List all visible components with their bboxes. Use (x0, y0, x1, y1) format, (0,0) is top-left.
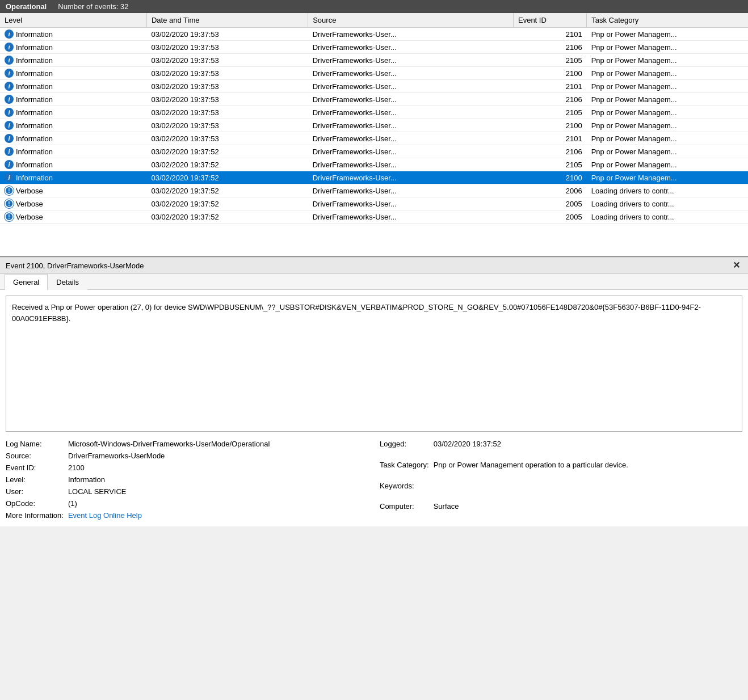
cell-level: !Verbose (0, 197, 146, 210)
level-text: Verbose (16, 213, 43, 221)
info-icon: i (5, 121, 14, 130)
cell-eventid: 2100 (513, 171, 586, 184)
info-icon: i (5, 160, 14, 169)
col-header-source[interactable]: Source (308, 13, 514, 28)
cell-taskcategory: Pnp or Power Managem... (587, 54, 748, 67)
operational-label: Operational (6, 2, 47, 11)
cell-source: DriverFrameworks-User... (308, 145, 514, 158)
cell-source: DriverFrameworks-User... (308, 41, 514, 54)
col-header-eventid[interactable]: Event ID (513, 13, 586, 28)
cell-eventid: 2105 (513, 54, 586, 67)
cell-datetime: 03/02/2020 19:37:52 (146, 184, 308, 197)
info-icon: i (5, 95, 14, 104)
info-icon: i (5, 82, 14, 91)
cell-eventid: 2106 (513, 145, 586, 158)
cell-eventid: 2101 (513, 28, 586, 41)
info-icon: i (5, 134, 14, 143)
level-text: Information (16, 134, 53, 143)
cell-eventid: 2106 (513, 41, 586, 54)
cell-datetime: 03/02/2020 19:37:53 (146, 119, 308, 132)
cell-level: iInformation (0, 80, 146, 93)
table-row[interactable]: iInformation03/02/2020 19:37:53DriverFra… (0, 132, 748, 145)
opcode-value: (1) (68, 498, 368, 509)
close-button[interactable]: ✕ (730, 261, 742, 270)
table-row[interactable]: iInformation03/02/2020 19:37:53DriverFra… (0, 106, 748, 119)
moreinfo-link[interactable]: Event Log Online Help (68, 511, 142, 520)
cell-datetime: 03/02/2020 19:37:52 (146, 210, 308, 224)
eventid-label: Event ID: (6, 462, 64, 473)
cell-datetime: 03/02/2020 19:37:53 (146, 93, 308, 106)
verbose-icon: ! (5, 186, 14, 195)
table-row[interactable]: iInformation03/02/2020 19:37:53DriverFra… (0, 54, 748, 67)
keywords-label: Keywords: (380, 480, 429, 491)
cell-source: DriverFrameworks-User... (308, 80, 514, 93)
info-icon: i (5, 29, 14, 39)
cell-taskcategory: Pnp or Power Managem... (587, 28, 748, 41)
verbose-icon: ! (5, 212, 14, 221)
col-header-taskcategory[interactable]: Task Category (587, 13, 748, 28)
event-description: Received a Pnp or Power operation (27, 0… (6, 296, 742, 432)
cell-source: DriverFrameworks-User... (308, 132, 514, 145)
table-row[interactable]: iInformation03/02/2020 19:37:53DriverFra… (0, 93, 748, 106)
verbose-icon: ! (5, 199, 14, 208)
detail-tabs: General Details (0, 274, 748, 290)
cell-source: DriverFrameworks-User... (308, 54, 514, 67)
info-icon: i (5, 147, 14, 156)
cell-source: DriverFrameworks-User... (308, 158, 514, 171)
tab-details[interactable]: Details (48, 274, 87, 290)
table-row[interactable]: !Verbose03/02/2020 19:37:52DriverFramewo… (0, 184, 748, 197)
event-table-body: iInformation03/02/2020 19:37:53DriverFra… (0, 28, 748, 224)
event-table: Level Date and Time Source Event ID Task… (0, 13, 748, 224)
source-label: Source: (6, 450, 64, 461)
level-text: Information (16, 95, 53, 104)
cell-taskcategory: Loading drivers to contr... (587, 184, 748, 197)
table-row[interactable]: iInformation03/02/2020 19:37:52DriverFra… (0, 158, 748, 171)
cell-taskcategory: Pnp or Power Managem... (587, 145, 748, 158)
table-row[interactable]: !Verbose03/02/2020 19:37:52DriverFramewo… (0, 210, 748, 224)
level-text: Information (16, 82, 53, 91)
table-row[interactable]: iInformation03/02/2020 19:37:53DriverFra… (0, 67, 748, 80)
event-list-container[interactable]: Level Date and Time Source Event ID Task… (0, 13, 748, 257)
table-row[interactable]: iInformation03/02/2020 19:37:53DriverFra… (0, 119, 748, 132)
user-value: LOCAL SERVICE (68, 486, 368, 497)
cell-source: DriverFrameworks-User... (308, 93, 514, 106)
tab-general[interactable]: General (5, 274, 48, 290)
cell-taskcategory: Loading drivers to contr... (587, 197, 748, 210)
detail-content: Received a Pnp or Power operation (27, 0… (0, 290, 748, 526)
detail-bottom-fields: Log Name: Microsoft-Windows-DriverFramew… (6, 438, 742, 521)
table-row[interactable]: iInformation03/02/2020 19:37:53DriverFra… (0, 80, 748, 93)
moreinfo-value: Event Log Online Help (68, 510, 368, 521)
log-name-value: Microsoft-Windows-DriverFrameworks-UserM… (68, 438, 368, 449)
table-header-row: Level Date and Time Source Event ID Task… (0, 13, 748, 28)
level-text: Information (16, 56, 53, 65)
table-row[interactable]: iInformation03/02/2020 19:37:52DriverFra… (0, 171, 748, 184)
cell-eventid: 2100 (513, 119, 586, 132)
table-row[interactable]: !Verbose03/02/2020 19:37:52DriverFramewo… (0, 197, 748, 210)
col-header-level[interactable]: Level (0, 13, 146, 28)
taskcategory-label: Task Category: (380, 459, 429, 470)
cell-taskcategory: Pnp or Power Managem... (587, 41, 748, 54)
cell-source: DriverFrameworks-User... (308, 28, 514, 41)
cell-source: DriverFrameworks-User... (308, 67, 514, 80)
cell-datetime: 03/02/2020 19:37:53 (146, 132, 308, 145)
cell-level: iInformation (0, 171, 146, 184)
col-header-datetime[interactable]: Date and Time (146, 13, 308, 28)
user-label: User: (6, 486, 64, 497)
cell-level: iInformation (0, 106, 146, 119)
level-text: Verbose (16, 187, 43, 195)
table-row[interactable]: iInformation03/02/2020 19:37:52DriverFra… (0, 145, 748, 158)
table-row[interactable]: iInformation03/02/2020 19:37:53DriverFra… (0, 28, 748, 41)
cell-source: DriverFrameworks-User... (308, 184, 514, 197)
cell-source: DriverFrameworks-User... (308, 197, 514, 210)
cell-eventid: 2101 (513, 132, 586, 145)
cell-level: iInformation (0, 145, 146, 158)
cell-datetime: 03/02/2020 19:37:52 (146, 145, 308, 158)
detail-left-fields: Log Name: Microsoft-Windows-DriverFramew… (6, 438, 368, 521)
cell-datetime: 03/02/2020 19:37:52 (146, 158, 308, 171)
table-row[interactable]: iInformation03/02/2020 19:37:53DriverFra… (0, 41, 748, 54)
cell-level: iInformation (0, 158, 146, 171)
moreinfo-label: More Information: (6, 510, 64, 521)
level-text: Information (16, 161, 53, 169)
cell-taskcategory: Pnp or Power Managem... (587, 171, 748, 184)
cell-level: iInformation (0, 132, 146, 145)
